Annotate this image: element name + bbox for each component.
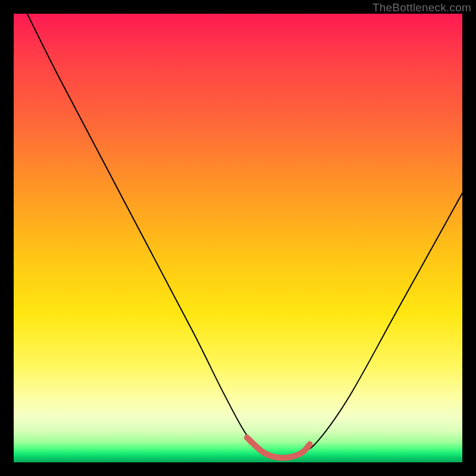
bottleneck-curve: [27, 14, 462, 458]
plot-area: [14, 14, 462, 462]
chart-svg: [14, 14, 462, 462]
optimal-range-highlight: [247, 438, 310, 458]
watermark-text: TheBottleneck.com: [372, 1, 471, 14]
chart-frame: TheBottleneck.com: [0, 0, 476, 476]
